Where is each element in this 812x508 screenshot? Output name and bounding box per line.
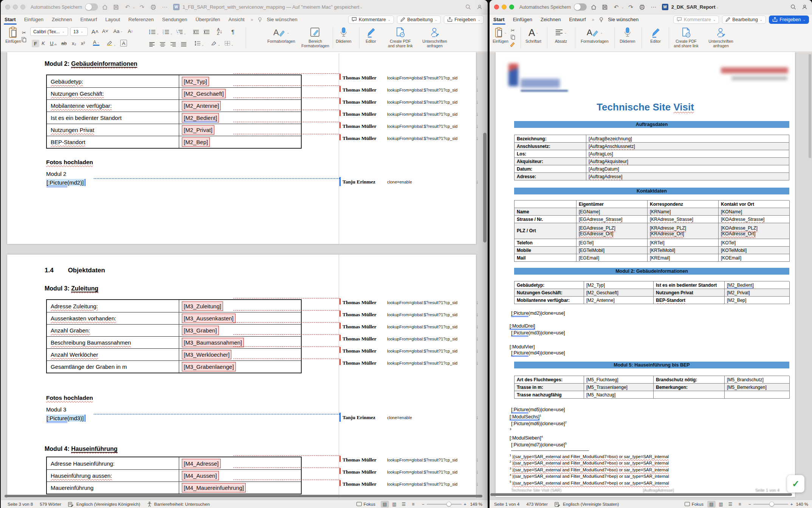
tab-layout[interactable]: Layout [105,17,120,22]
language-indicator[interactable]: Englisch (Vereinigtes Königreich) [76,502,140,506]
close-button[interactable] [5,5,10,9]
field-value[interactable]: [AuftragAdresse] [589,174,622,179]
title-menu-chevron-icon[interactable]: ⌄ [360,5,363,9]
font-size-combo[interactable]: 13⌄ [70,27,88,36]
shading-icon[interactable]: ⌄ [211,40,220,47]
underline-button[interactable]: U⌄ [50,40,57,46]
copy-icon[interactable] [21,37,26,44]
field-value[interactable]: [M5_Bemerkungen] [727,385,767,390]
field-value[interactable]: [KRAdresse_PLZ] [650,225,686,231]
numbered-list-icon[interactable]: 123⌄ [163,29,173,36]
create-pdf-button[interactable]: Create PDFand share link [384,26,417,48]
tab-zeichnen[interactable]: Zeichnen [52,17,72,22]
page-indicator[interactable]: Seite 1 von 4 [494,502,519,506]
tellme-label[interactable]: Sie wünschen [267,17,298,22]
field-value[interactable]: [EGAdresse_PLZ] [579,225,615,231]
field-value[interactable]: [KRAdresse_Strasse] [650,217,693,222]
field-value[interactable]: [M2_Bep] [182,137,210,147]
field-value[interactable]: [M2_Bedient] [182,113,219,123]
cut-icon[interactable]: ✂ [22,30,26,36]
home-icon[interactable] [589,3,598,11]
accessibility-icon[interactable] [147,502,152,507]
focus-toggle[interactable]: Fokus [364,502,375,506]
field-value[interactable]: [M4_Adresse] [182,459,221,468]
field-value[interactable]: [KRAdresse_Ort] [650,231,684,237]
field-value[interactable]: [KOTelMobil] [721,248,747,253]
share-button[interactable]: Freigeben⌄ [769,16,809,24]
field-value[interactable]: [M2_Privat] [182,125,214,135]
autosave-toggle[interactable] [85,3,98,11]
picture-placeholder[interactable]: [:Picture(md7)|clone=use]5 [511,442,567,447]
field-value[interactable]: [M3_Graben] [182,326,219,335]
font-group-button[interactable]: A⌄ Schriftart [522,26,545,43]
pilcrow-icon[interactable]: ¶ [231,28,234,35]
create-pdf-button[interactable]: Create PDFand share link [669,26,703,48]
field-value[interactable]: [AuftragBezeichnung] [589,136,632,141]
print-icon[interactable] [638,3,647,11]
focus-toggle[interactable]: Fokus [692,502,704,506]
undo-menu-chevron-icon[interactable]: ⌄ [621,5,624,9]
field-value[interactable]: [AuftragAnschlussnetz] [589,144,635,149]
save-icon[interactable] [600,3,609,11]
print-icon[interactable] [149,3,158,11]
word-count[interactable]: 579 Wörter [40,502,61,506]
accessibility-status[interactable]: Barrierefreiheit: Untersuchen [154,502,210,506]
editing-mode-button[interactable]: Bearbeitung⌄ [722,16,766,24]
profile-icon[interactable] [475,3,484,11]
comment[interactable]: Tanju Erinmezclone=enable↓ [342,179,479,185]
picture-placeholder[interactable]: [:Picture(md3)] [46,415,85,421]
document-title[interactable]: 2_DK_SAR_Report [671,4,716,10]
table-borders-icon[interactable]: ⌄ [225,40,234,47]
comment[interactable]: Thomas MüllerlookupFrom=global:$?result?… [342,75,479,81]
print-layout-view-button[interactable]: ▤ [707,501,716,508]
comment[interactable]: Thomas MüllerlookupFrom=global:$?result?… [342,481,479,487]
field-value[interactable]: [AuftragLos] [589,151,613,157]
format-painter-icon[interactable] [510,41,516,49]
field-value[interactable]: [EGTelMobil] [579,248,604,253]
comment-arrow-icon[interactable]: ↓ [476,336,479,342]
field-value[interactable]: [EGName] [579,209,600,214]
zoom-level[interactable]: 140 % [796,502,808,506]
profile-icon[interactable] [800,3,809,11]
picture-placeholder[interactable]: [:Picture(md3)|clone=use] [511,330,565,336]
editing-mode-button[interactable]: Bearbeitung⌄ [397,16,441,24]
comment-arrow-icon[interactable]: ↓ [476,311,479,317]
strikethrough-button[interactable]: ab [61,40,67,46]
request-signatures-button[interactable]: Unterschriftenanfragen [703,26,739,48]
tab-start[interactable]: Start [5,17,16,22]
tab-start[interactable]: Start [493,17,505,22]
field-value[interactable]: [M5_Fluchtweg] [586,377,618,382]
picture-placeholder[interactable]: [:Picture(md2)] [46,179,85,186]
comment[interactable]: Thomas MüllerlookupFrom=global:$?result?… [342,336,479,342]
comment-arrow-icon[interactable]: ↓ [476,457,479,463]
comment-arrow-icon[interactable]: ↓ [476,99,479,105]
tellme-label[interactable]: Sie wünschen [608,17,638,22]
draft-view-button[interactable]: ≡ [409,501,417,508]
picture-placeholder[interactable]: [:Picture(md4)|clone=use] [511,350,565,356]
horizontal-scrollbar[interactable] [5,495,482,497]
search-icon[interactable] [789,3,798,11]
vertical-scrollbar[interactable] [809,54,811,158]
comment[interactable]: Thomas MüllerlookupFrom=global:$?result?… [342,99,479,105]
field-value[interactable]: [M5_Trassenlaenge] [586,385,628,390]
save-icon[interactable] [112,3,121,11]
field-value[interactable]: [KREmail] [650,255,670,261]
comment-arrow-icon[interactable]: ↓ [476,135,479,141]
zoom-slider[interactable]: −+ [748,502,793,506]
undo-icon[interactable]: ↶ [612,3,621,11]
zoom-slider[interactable]: −+ [422,502,466,506]
sort-icon[interactable]: AZ↓ [217,28,222,35]
field-value[interactable]: [EGTel] [579,240,594,245]
minimize-button[interactable] [13,5,18,9]
tab-referenzen[interactable]: Referenzen [129,17,154,22]
tab-overflow-icon[interactable]: » [592,17,595,22]
module-placeholder[interactable]: [:ModulVier] [510,344,535,350]
comment-arrow-icon[interactable]: ↓ [476,481,479,487]
picture-placeholder[interactable]: [:Picture(md2)|clone=use] [511,311,565,316]
field-value[interactable]: [M3_Zuleitung] [182,301,223,311]
comment[interactable]: Thomas MüllerlookupFrom=global:$?result?… [342,311,479,318]
comment[interactable]: Thomas MüllerlookupFrom=global:$?result?… [342,135,479,141]
shrink-font-icon[interactable]: A˅ [102,28,108,34]
change-case-icon[interactable]: Aa⌄ [113,28,123,34]
field-value[interactable]: [KRTelMobil] [650,248,675,253]
